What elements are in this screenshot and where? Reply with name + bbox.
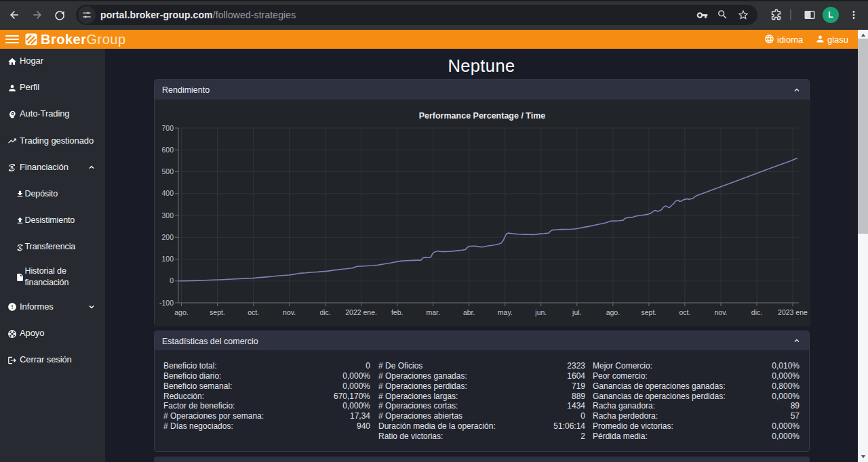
svg-text:feb.: feb. <box>391 308 403 316</box>
svg-text:100: 100 <box>161 255 174 263</box>
svg-text:400: 400 <box>161 189 174 197</box>
svg-text:500: 500 <box>161 167 174 175</box>
svg-text:may.: may. <box>498 308 513 316</box>
svg-text:600: 600 <box>161 146 174 154</box>
svg-text:ago.: ago. <box>606 308 620 316</box>
svg-text:-100: -100 <box>159 299 174 307</box>
svg-text:oct.: oct. <box>679 308 690 316</box>
svg-text:nov.: nov. <box>714 308 727 316</box>
svg-text:0: 0 <box>170 276 174 285</box>
svg-text:ago.: ago. <box>174 308 188 316</box>
svg-text:dic.: dic. <box>751 308 762 316</box>
svg-text:Performance Percentage / Time: Performance Percentage / Time <box>419 111 546 121</box>
svg-text:mar.: mar. <box>426 308 439 316</box>
svg-text:S: S <box>18 245 21 249</box>
svg-text:S: S <box>10 165 14 170</box>
svg-text:2022 ene.: 2022 ene. <box>345 308 377 316</box>
svg-text:sept.: sept. <box>210 308 225 316</box>
svg-text:jul.: jul. <box>572 308 581 316</box>
svg-text:oct.: oct. <box>248 308 259 316</box>
svg-text:700: 700 <box>161 124 174 132</box>
svg-text:sept.: sept. <box>642 308 657 316</box>
svg-text:200: 200 <box>161 233 174 241</box>
svg-text:nov.: nov. <box>283 308 296 316</box>
svg-text:2023 ene: 2023 ene <box>778 308 808 316</box>
svg-text:dic.: dic. <box>319 308 330 316</box>
svg-text:abr.: abr. <box>463 308 475 316</box>
svg-text:jun.: jun. <box>534 308 547 316</box>
svg-text:300: 300 <box>161 211 174 219</box>
